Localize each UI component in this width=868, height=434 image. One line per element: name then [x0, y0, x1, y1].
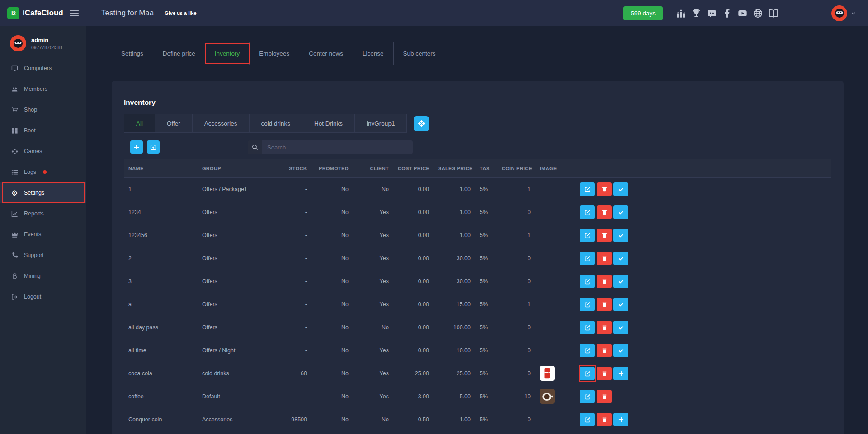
edit-button[interactable]	[580, 229, 595, 242]
globe-icon[interactable]	[753, 9, 763, 18]
ranking-icon[interactable]	[676, 9, 686, 18]
add-item-button[interactable]	[130, 140, 143, 154]
delete-button[interactable]	[597, 321, 612, 334]
search-icon	[252, 144, 258, 150]
trophy-icon[interactable]	[692, 9, 701, 18]
cell-image	[535, 385, 570, 408]
table-row: 123456 Offers - No Yes 0.00 1.00 5% 1	[124, 224, 831, 247]
sidebar-item-events[interactable]: Events	[0, 224, 86, 245]
search-box	[248, 140, 413, 154]
inventory-toolbar	[124, 140, 831, 154]
delete-button[interactable]	[597, 252, 612, 265]
sidebar-item-computers[interactable]: Computers	[0, 58, 86, 79]
menu-toggle-icon[interactable]	[70, 10, 79, 16]
tab-license[interactable]: License	[353, 42, 393, 65]
user-avatar[interactable]	[831, 5, 847, 21]
add-stock-button[interactable]	[613, 413, 628, 426]
add-stock-button[interactable]	[613, 367, 628, 380]
delete-button[interactable]	[597, 367, 612, 380]
sidebar-item-games[interactable]: Games	[0, 141, 86, 162]
activate-button[interactable]	[613, 344, 628, 357]
activate-button[interactable]	[613, 298, 628, 311]
group-tab-invgroup1[interactable]: invGroup1	[355, 114, 407, 133]
license-days-badge[interactable]: 599 days	[623, 6, 663, 20]
group-tab-label: cold drinks	[261, 120, 291, 127]
activate-button[interactable]	[613, 252, 628, 265]
product-image-coffee	[540, 389, 555, 404]
activate-button[interactable]	[613, 229, 628, 242]
delete-button[interactable]	[597, 229, 612, 242]
edit-button[interactable]	[580, 413, 595, 426]
trash-icon	[601, 232, 608, 238]
delete-button[interactable]	[597, 275, 612, 288]
column-header-name: NAME	[124, 159, 198, 177]
activate-button[interactable]	[613, 275, 628, 288]
edit-button[interactable]	[580, 182, 595, 196]
book-icon[interactable]	[769, 9, 778, 18]
delete-button[interactable]	[597, 182, 612, 196]
delete-button[interactable]	[597, 344, 612, 357]
delete-button[interactable]	[597, 413, 612, 426]
logs-icon	[11, 169, 18, 176]
tab-inventory[interactable]: Inventory	[205, 42, 250, 65]
cell-promoted: No	[311, 247, 353, 270]
sidebar-item-mining[interactable]: Mining	[0, 266, 86, 286]
sidebar-item-settings[interactable]: ⚙ Settings	[0, 182, 86, 203]
members-icon	[11, 86, 18, 93]
user-menu[interactable]	[831, 5, 856, 21]
tab-settings[interactable]: Settings	[112, 42, 153, 65]
edit-button[interactable]	[580, 205, 595, 219]
activate-button[interactable]	[613, 205, 628, 219]
facebook-icon	[722, 9, 732, 18]
cell-actions	[570, 316, 831, 339]
group-tab-cold-drinks[interactable]: cold drinks	[250, 114, 303, 133]
cell-promoted: No	[311, 177, 353, 201]
discord-icon[interactable]	[707, 9, 717, 18]
sidebar-item-members[interactable]: Members	[0, 79, 86, 99]
cell-group: Offers	[198, 247, 284, 270]
give-us-a-like-link[interactable]: Give us a like	[165, 10, 196, 16]
trash-icon	[601, 416, 608, 423]
sidebar-item-reports[interactable]: Reports	[0, 203, 86, 224]
sidebar-item-logs[interactable]: Logs	[0, 162, 86, 182]
boot-icon	[11, 127, 18, 134]
sidebar-item-support[interactable]: Support	[0, 245, 86, 266]
cell-cost-price: 0.00	[393, 270, 434, 293]
edit-button[interactable]	[580, 367, 595, 380]
sidebar-item-logout[interactable]: Logout	[0, 286, 86, 307]
sidebar-item-shop[interactable]: Shop	[0, 99, 86, 120]
tab-sub-centers[interactable]: Sub centers	[393, 42, 445, 65]
cell-tax: 5%	[475, 247, 497, 270]
group-tab-accessories[interactable]: Accessories	[193, 114, 250, 133]
edit-button[interactable]	[580, 252, 595, 265]
group-tab-hot-drinks[interactable]: Hot Drinks	[302, 114, 355, 133]
youtube-icon[interactable]	[738, 9, 747, 18]
tab-label: Define price	[163, 50, 195, 57]
manage-groups-button[interactable]	[414, 116, 429, 131]
edit-button[interactable]	[580, 390, 595, 403]
sidebar: admin 097778704381 Computers Members Sho…	[0, 26, 86, 434]
delete-button[interactable]	[597, 298, 612, 311]
cell-tax: 5%	[475, 316, 497, 339]
delete-button[interactable]	[597, 390, 612, 403]
edit-button[interactable]	[580, 344, 595, 357]
delete-button[interactable]	[597, 205, 612, 219]
tab-define-price[interactable]: Define price	[153, 42, 205, 65]
edit-button[interactable]	[580, 298, 595, 311]
tab-center-news[interactable]: Center news	[299, 42, 353, 65]
search-input[interactable]	[262, 140, 413, 154]
activate-button[interactable]	[613, 182, 628, 196]
tab-employees[interactable]: Employees	[249, 42, 299, 65]
activate-button[interactable]	[613, 321, 628, 334]
group-tab-all[interactable]: All	[124, 114, 155, 133]
cell-sales-price: 10.00	[434, 339, 475, 362]
table-row: coffee Default - No Yes 3.00 5.00 5% 10	[124, 385, 831, 408]
group-tab-offer[interactable]: Offer	[155, 114, 193, 133]
edit-button[interactable]	[580, 275, 595, 288]
tab-label: Inventory	[215, 50, 240, 57]
edit-button[interactable]	[580, 321, 595, 334]
add-stock-event-button[interactable]	[147, 140, 160, 154]
sidebar-item-boot[interactable]: Boot	[0, 120, 86, 141]
plus-icon	[618, 416, 624, 423]
facebook-icon[interactable]	[722, 9, 732, 18]
